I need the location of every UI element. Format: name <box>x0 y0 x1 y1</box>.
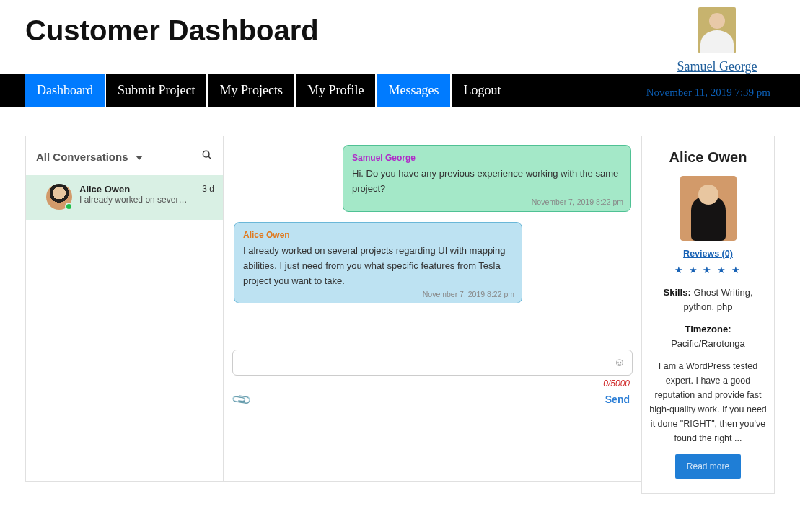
conversation-avatar <box>46 184 72 210</box>
user-avatar-icon[interactable] <box>698 7 736 53</box>
contact-name: Alice Owen <box>649 149 767 166</box>
conversation-item[interactable]: Alice Owen I already worked on sever… 3 … <box>26 175 223 220</box>
skills-label: Skills: <box>663 287 690 298</box>
page-title: Customer Dashboard <box>25 14 659 47</box>
nav-my-profile[interactable]: My Profile <box>296 74 377 107</box>
current-datetime: November 11, 2019 7:39 pm <box>646 82 775 99</box>
timezone-label: Timezone: <box>685 324 731 334</box>
chevron-down-icon <box>136 156 143 160</box>
timezone-field: Timezone: Pacific/Rarotonga <box>649 322 767 350</box>
message-outgoing: Samuel George Hi. Do you have any previo… <box>343 145 631 212</box>
chat-panel: Samuel George Hi. Do you have any previo… <box>224 136 641 482</box>
contact-profile-panel: Alice Owen Reviews (0) ★ ★ ★ ★ ★ Skills:… <box>641 136 775 494</box>
svg-line-1 <box>208 156 211 159</box>
skills-value: Ghost Writing, python, php <box>684 287 753 312</box>
star-rating-icon: ★ ★ ★ ★ ★ <box>649 265 767 275</box>
navbar: Dashboard Submit Project My Projects My … <box>0 74 800 107</box>
message-sender: Samuel George <box>352 151 622 165</box>
conversation-name: Alice Owen <box>79 184 202 195</box>
nav-dashboard[interactable]: Dashboard <box>25 74 106 107</box>
timezone-value: Pacific/Rarotonga <box>671 338 745 349</box>
contact-bio: I am a WordPress tested expert. I have a… <box>649 359 767 445</box>
nav-my-projects[interactable]: My Projects <box>208 74 296 107</box>
search-icon[interactable] <box>201 149 213 164</box>
svg-point-0 <box>203 151 209 157</box>
conversation-age: 3 d <box>202 184 214 210</box>
message-incoming: Alice Owen I already worked on several p… <box>234 222 522 304</box>
conversations-panel: All Conversations Alice Owen I already w… <box>25 136 224 482</box>
conversations-filter-dropdown[interactable]: All Conversations <box>36 151 201 163</box>
message-timestamp: November 7, 2019 8:22 pm <box>423 288 514 301</box>
contact-avatar-icon[interactable] <box>680 176 737 241</box>
send-button[interactable]: Send <box>602 391 633 407</box>
online-status-icon <box>65 203 73 210</box>
emoji-icon[interactable]: ☺ <box>614 357 625 368</box>
message-text: Hi. Do you have any previous experience … <box>352 167 622 197</box>
reviews-link[interactable]: Reviews (0) <box>649 249 767 259</box>
nav-logout[interactable]: Logout <box>452 74 512 107</box>
message-text: I already worked on several projects reg… <box>243 244 513 288</box>
attachment-icon[interactable]: 📎 <box>231 389 253 411</box>
character-counter: 0/5000 <box>603 378 630 389</box>
nav-submit-project[interactable]: Submit Project <box>106 74 208 107</box>
nav-messages[interactable]: Messages <box>377 74 452 107</box>
message-input[interactable] <box>232 350 633 376</box>
conversations-filter-label: All Conversations <box>36 151 128 163</box>
message-sender: Alice Owen <box>243 229 513 242</box>
current-user-block: Samuel George <box>659 7 775 74</box>
current-user-link[interactable]: Samuel George <box>659 59 775 74</box>
skills-field: Skills: Ghost Writing, python, php <box>649 285 767 314</box>
read-more-button[interactable]: Read more <box>675 454 741 479</box>
conversation-preview: I already worked on sever… <box>79 195 188 205</box>
message-timestamp: November 7, 2019 8:22 pm <box>532 196 623 208</box>
